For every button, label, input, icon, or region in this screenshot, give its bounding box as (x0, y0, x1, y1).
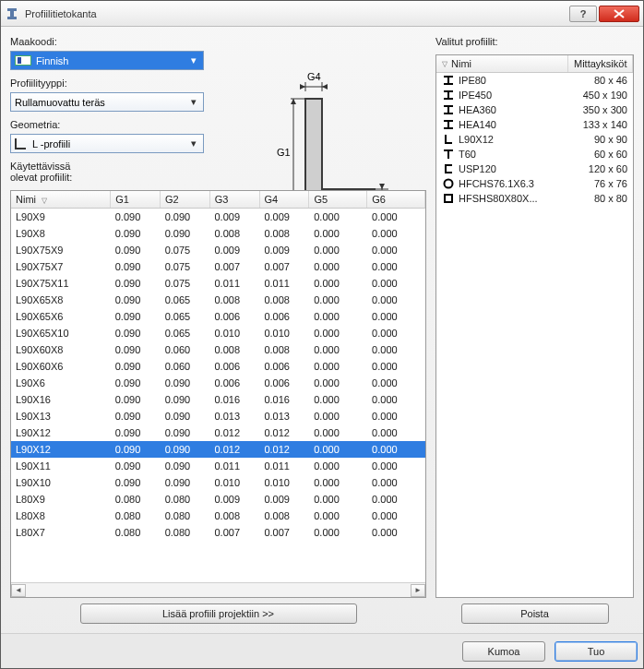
profile-type-combo[interactable]: Rullamuovattu teräs ▾ (10, 92, 204, 112)
help-button[interactable]: ? (569, 6, 597, 22)
column-header[interactable]: G6 (367, 191, 425, 209)
l-profile-icon (15, 138, 28, 149)
table-row[interactable]: L90X65X100.0900.0650.0100.0100.0000.000 (11, 325, 425, 341)
svg-marker-23 (300, 84, 305, 90)
list-item[interactable]: HFCHS76.1X6.376 x 76 (436, 176, 633, 191)
column-header[interactable]: Nimi▽ (11, 191, 111, 209)
svg-point-45 (445, 180, 453, 188)
list-item[interactable]: HEA140133 x 140 (436, 117, 633, 132)
column-header[interactable]: G5 (309, 191, 367, 209)
profile-shape-icon (442, 178, 455, 189)
table-row[interactable]: L90X65X80.0900.0650.0080.0080.0000.000 (11, 292, 425, 308)
list-item-name: HFCHS76.1X6.3 (459, 178, 568, 189)
svg-rect-28 (444, 83, 453, 85)
column-header[interactable]: G4 (259, 191, 309, 209)
svg-rect-37 (444, 127, 453, 129)
list-item-name: L90X12 (459, 134, 568, 145)
column-header[interactable]: G3 (209, 191, 259, 209)
selected-units-header[interactable]: Mittayksiköt (568, 55, 633, 72)
profile-shape-icon (442, 90, 455, 101)
list-item-units: 80 x 46 (568, 75, 627, 86)
table-row[interactable]: L90X110.0900.0900.0110.0110.0000.000 (11, 458, 425, 474)
titlebar: Profiilitietokanta ? (1, 1, 643, 27)
table-row[interactable]: L90X80.0900.0900.0080.0080.0000.000 (11, 225, 425, 242)
table-row[interactable]: L90X130.0900.0900.0130.0130.0000.000 (11, 408, 425, 424)
import-button[interactable]: Tuo (555, 641, 638, 662)
finnish-flag-icon (15, 55, 31, 66)
dialog-button-bar: Kumoa Tuo (1, 633, 643, 668)
table-row[interactable]: L90X75X90.0900.0750.0090.0090.0000.000 (11, 242, 425, 258)
table-row[interactable]: L90X60X60.0900.0600.0060.0060.0000.000 (11, 358, 425, 375)
list-item[interactable]: IPE8080 x 46 (436, 73, 633, 88)
table-row[interactable]: L80X80.0800.0800.0080.0080.0000.000 (11, 508, 425, 524)
profile-shape-icon (442, 119, 455, 130)
list-item-units: 80 x 80 (568, 193, 627, 204)
table-row[interactable]: L90X65X60.0900.0650.0060.0060.0000.000 (11, 308, 425, 325)
sort-indicator-icon: ▽ (42, 197, 47, 205)
available-profiles-table: Nimi▽G1G2G3G4G5G6 L90X90.0900.0900.0090.… (10, 190, 426, 598)
profile-shape-icon (442, 193, 455, 204)
table-row[interactable]: L80X90.0800.0800.0090.0090.0000.000 (11, 491, 425, 508)
list-item[interactable]: HFSHS80X80X...80 x 80 (436, 191, 633, 206)
list-item-name: T60 (459, 149, 568, 160)
cancel-button[interactable]: Kumoa (462, 641, 545, 662)
list-item-units: 60 x 60 (568, 149, 627, 160)
table-row[interactable]: L90X120.0900.0900.0120.0120.0000.000 (11, 424, 425, 441)
chevron-down-icon: ▾ (186, 95, 200, 109)
list-item[interactable]: USP120120 x 60 (436, 161, 633, 176)
close-button[interactable] (599, 6, 639, 22)
country-value: Finnish (36, 55, 68, 66)
selected-name-header[interactable]: ▽ Nimi (436, 55, 568, 72)
table-row[interactable]: L90X60.0900.0900.0060.0060.0000.000 (11, 375, 425, 391)
add-profile-label: Lisää profiili projektiin >> (162, 608, 274, 619)
list-item-units: 76 x 76 (568, 178, 627, 189)
svg-rect-46 (445, 195, 452, 202)
profile-shape-icon (442, 75, 455, 86)
list-item-name: HFSHS80X80X... (459, 193, 568, 204)
selected-profiles-scroll[interactable]: IPE8080 x 46IPE450450 x 190HEA360350 x 3… (436, 73, 633, 597)
svg-marker-6 (291, 99, 296, 104)
column-header[interactable]: G2 (160, 191, 209, 209)
geometry-combo[interactable]: L -profiili ▾ (10, 134, 204, 153)
g1-label: G1 (277, 147, 291, 158)
profile-type-value: Rullamuovattu teräs (15, 97, 105, 108)
table-row[interactable]: L90X75X70.0900.0750.0070.0070.0000.000 (11, 258, 425, 275)
scroll-left-icon[interactable]: ◄ (11, 584, 26, 597)
svg-rect-31 (444, 98, 453, 100)
svg-marker-17 (379, 184, 385, 189)
available-profiles-scroll[interactable]: L90X90.0900.0900.0090.0090.0000.000L90X8… (11, 209, 425, 582)
remove-button[interactable]: Poista (461, 603, 609, 624)
available-label: Käytettävissä olevat profiilit: (10, 161, 222, 183)
svg-marker-24 (322, 84, 328, 90)
table-row[interactable]: L90X90.0900.0900.0090.0090.0000.000 (11, 209, 425, 225)
country-combo[interactable]: Finnish ▾ (10, 51, 204, 70)
horizontal-scrollbar[interactable]: ◄ ► (11, 582, 425, 597)
list-item[interactable]: L90X1290 x 90 (436, 132, 633, 147)
selected-profiles-list: ▽ Nimi Mittayksiköt IPE8080 x 46IPE45045… (435, 54, 634, 598)
geometry-value: L -profiili (32, 138, 70, 149)
table-row[interactable]: L90X75X110.0900.0750.0110.0110.0000.000 (11, 275, 425, 292)
svg-text:G4: G4 (307, 71, 321, 82)
table-row[interactable]: L90X60X80.0900.0600.0080.0080.0000.000 (11, 341, 425, 358)
list-item[interactable]: IPE450450 x 190 (436, 88, 633, 102)
svg-rect-39 (445, 142, 452, 144)
list-item[interactable]: T6060 x 60 (436, 147, 633, 161)
table-row[interactable]: L90X120.0900.0900.0120.0120.0000.000 (11, 441, 425, 458)
column-header[interactable]: G1 (111, 191, 161, 209)
table-row[interactable]: L80X70.0800.0800.0070.0070.0000.000 (11, 524, 425, 541)
scroll-right-icon[interactable]: ► (411, 584, 425, 597)
add-profile-button[interactable]: Lisää profiili projektiin >> (80, 603, 357, 624)
app-icon (5, 6, 19, 21)
chevron-down-icon: ▾ (186, 54, 200, 67)
list-item-units: 133 x 140 (568, 119, 627, 130)
import-label: Tuo (588, 646, 605, 657)
profile-shape-icon (442, 104, 455, 115)
sort-indicator-icon: ▽ (442, 60, 447, 68)
list-item-units: 90 x 90 (568, 134, 627, 145)
table-row[interactable]: L90X100.0900.0900.0100.0100.0000.000 (11, 474, 425, 491)
profile-shape-icon (442, 163, 455, 174)
table-row[interactable]: L90X160.0900.0900.0160.0160.0000.000 (11, 391, 425, 408)
list-item[interactable]: HEA360350 x 300 (436, 102, 633, 117)
list-item-name: HEA360 (459, 104, 568, 115)
content-area: Maakoodi: Finnish ▾ Profiilityyppi: Rull… (1, 27, 643, 633)
